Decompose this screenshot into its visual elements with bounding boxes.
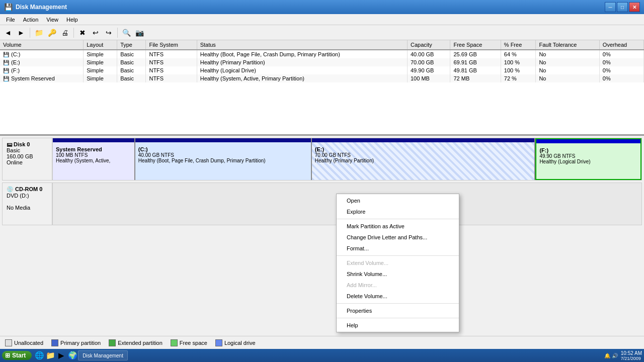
legend-unallocated: Unallocated	[5, 339, 43, 346]
context-menu: OpenExploreMark Partition as ActiveChang…	[336, 194, 459, 332]
clock-date: 7/21/2009	[621, 356, 642, 361]
col-pctfree[interactable]: % Free	[501, 40, 536, 50]
folder-button[interactable]: 📁	[33, 27, 45, 39]
legend-box-primary	[51, 339, 58, 346]
delete-button[interactable]: ✖	[76, 27, 89, 39]
partition-f[interactable]: (F:) 49.90 GB NTFS Healthy (Logical Driv…	[535, 138, 641, 180]
cell-faulttolerance: No	[536, 58, 599, 66]
start-button[interactable]: ⊞ Start	[2, 351, 32, 360]
col-type[interactable]: Type	[117, 40, 146, 50]
cell-faulttolerance: No	[536, 66, 599, 74]
disk-label-0: 🖴 Disk 0 Basic 160.00 GB Online	[2, 138, 52, 180]
context-menu-item: Extend Volume...	[337, 257, 459, 268]
table-row[interactable]: 💾System Reserved Simple Basic NTFS Healt…	[0, 74, 644, 82]
col-status[interactable]: Status	[197, 40, 407, 50]
taskbar-media-icon[interactable]: ▶	[56, 350, 67, 361]
screenshot-button[interactable]: 📷	[133, 27, 145, 39]
cell-status: Healthy (Logical Drive)	[197, 66, 407, 74]
back-button[interactable]: ◄	[2, 27, 14, 39]
cdrom-status: No Media	[7, 205, 48, 211]
partition-status-c: Healthy (Boot, Page File, Crash Dump, Pr…	[138, 158, 308, 163]
properties-button[interactable]: 🔑	[46, 27, 58, 39]
context-menu-item[interactable]: Mark Partition as Active	[337, 221, 459, 232]
cell-type: Basic	[117, 66, 146, 74]
window-controls: ─ □ ✕	[605, 2, 640, 12]
context-menu-item[interactable]: Open	[337, 195, 459, 206]
redo-button[interactable]: ↪	[103, 27, 115, 39]
partition-content-e: (E:) 70.00 GB NTFS Healthy (Primary Part…	[315, 146, 532, 163]
undo-button[interactable]: ↩	[90, 27, 102, 39]
partition-system-reserved[interactable]: System Reserved 100 MB NTFS Healthy (Sys…	[53, 138, 135, 180]
col-overhead[interactable]: Overhead	[599, 40, 643, 50]
legend-box-unallocated	[5, 339, 12, 346]
table-row[interactable]: 💾(C:) Simple Basic NTFS Healthy (Boot, P…	[0, 50, 644, 58]
cell-type: Basic	[117, 50, 146, 58]
partition-content-sys: System Reserved 100 MB NTFS Healthy (Sys…	[56, 146, 131, 163]
context-menu-item[interactable]: Help	[337, 320, 459, 331]
partition-status-f: Healthy (Logical Drive)	[539, 159, 637, 164]
cell-volume: 💾(C:)	[0, 50, 84, 58]
context-menu-item[interactable]: Delete Volume...	[337, 291, 459, 302]
cell-type: Basic	[117, 58, 146, 66]
taskbar-notify-icons: 🔔 🔊	[604, 353, 618, 358]
context-menu-item[interactable]: Properties	[337, 305, 459, 316]
table-row[interactable]: 💾(F:) Simple Basic NTFS Healthy (Logical…	[0, 66, 644, 74]
app-icon: 💾	[4, 3, 13, 11]
partition-e[interactable]: (E:) 70.00 GB NTFS Healthy (Primary Part…	[312, 138, 536, 180]
legend-box-freespace	[171, 339, 178, 346]
context-menu-item[interactable]: Shrink Volume...	[337, 268, 459, 280]
partition-content-f: (F:) 49.90 GB NTFS Healthy (Logical Driv…	[539, 147, 637, 164]
cell-overhead: 0%	[599, 50, 643, 58]
zoom-button[interactable]: 🔍	[120, 27, 132, 39]
context-menu-item[interactable]: Explore	[337, 206, 459, 217]
clock-time: 10:52 AM	[621, 350, 642, 356]
context-menu-item[interactable]: Format...	[337, 243, 459, 254]
partition-header-f	[536, 139, 640, 143]
disk-0-status: Online	[7, 159, 48, 165]
disk-label-cdrom: 💿 CD-ROM 0 DVD (D:) No Media	[2, 183, 52, 225]
partition-size-f: 49.90 GB NTFS	[539, 153, 637, 159]
refresh-button[interactable]: 🖨	[59, 27, 71, 39]
table-row[interactable]: 💾(E:) Simple Basic NTFS Healthy (Primary…	[0, 58, 644, 66]
close-button[interactable]: ✕	[629, 2, 640, 12]
cell-capacity: 100 MB	[407, 74, 450, 82]
forward-button[interactable]: ►	[15, 27, 27, 39]
cell-pctfree: 100 %	[501, 66, 536, 74]
cell-faulttolerance: No	[536, 74, 599, 82]
menu-action[interactable]: Action	[19, 16, 43, 24]
partition-c[interactable]: (C:) 40.00 GB NTFS Healthy (Boot, Page F…	[135, 138, 312, 180]
menu-view[interactable]: View	[42, 16, 62, 24]
col-filesystem[interactable]: File System	[146, 40, 197, 50]
disk-row-0: 🖴 Disk 0 Basic 160.00 GB Online System R…	[2, 138, 642, 180]
taskbar-folder-icon[interactable]: 📁	[45, 350, 56, 361]
col-volume[interactable]: Volume	[0, 40, 84, 50]
taskbar-active-window[interactable]: Disk Management	[78, 350, 128, 360]
taskbar-ie-icon[interactable]: 🌐	[34, 350, 45, 361]
col-freespace[interactable]: Free Space	[450, 40, 501, 50]
col-faulttolerance[interactable]: Fault Tolerance	[536, 40, 599, 50]
cell-pctfree: 72 %	[501, 74, 536, 82]
cell-volume: 💾(E:)	[0, 58, 84, 66]
col-capacity[interactable]: Capacity	[407, 40, 450, 50]
cdrom-type: DVD (D:)	[7, 193, 48, 199]
cell-layout: Simple	[84, 50, 117, 58]
disk-0-name: 🖴 Disk 0	[7, 141, 48, 147]
legend-label-unallocated: Unallocated	[14, 340, 43, 346]
context-menu-separator	[337, 219, 459, 219]
cell-pctfree: 64 %	[501, 50, 536, 58]
cell-capacity: 49.90 GB	[407, 66, 450, 74]
maximize-button[interactable]: □	[617, 2, 628, 12]
minimize-button[interactable]: ─	[605, 2, 616, 12]
col-layout[interactable]: Layout	[84, 40, 117, 50]
disk-map-panel: 🖴 Disk 0 Basic 160.00 GB Online System R…	[0, 136, 644, 349]
legend-bar: Unallocated Primary partition Extended p…	[0, 336, 644, 349]
partition-size-c: 40.00 GB NTFS	[138, 152, 308, 158]
menu-help[interactable]: Help	[62, 16, 82, 24]
taskbar-network-icon[interactable]: 🌍	[67, 350, 78, 361]
menu-file[interactable]: File	[2, 16, 19, 24]
taskbar-window-label: Disk Management	[83, 353, 123, 358]
context-menu-separator	[337, 303, 459, 304]
cell-volume: 💾System Reserved	[0, 74, 84, 82]
context-menu-item[interactable]: Change Drive Letter and Paths...	[337, 232, 459, 243]
toolbar-sep-2	[73, 28, 74, 38]
